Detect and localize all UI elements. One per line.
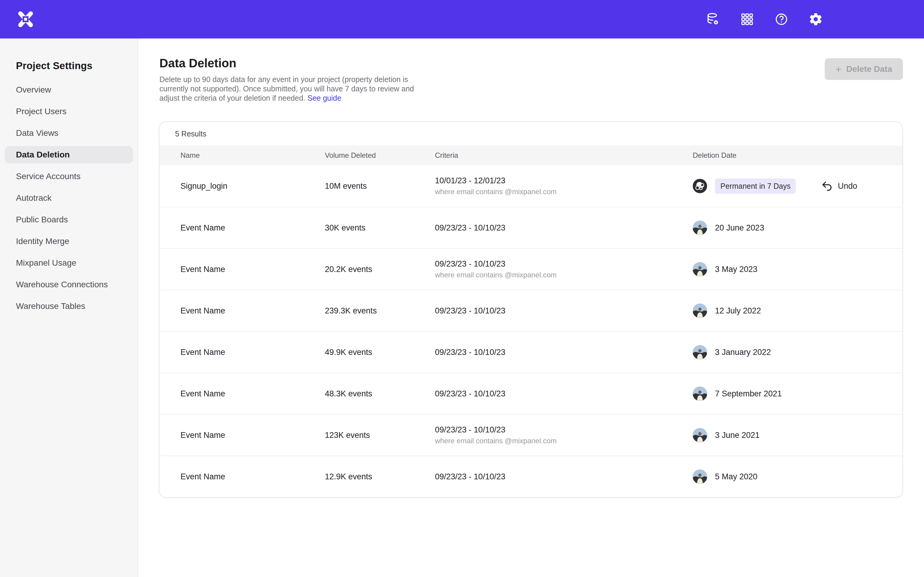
page-title: Data Deletion [160,56,424,70]
row-volume-deleted: 20.2K events [325,265,435,274]
row-criteria-range: 09/23/23 - 10/10/23 [435,348,693,357]
mixpanel-logo-icon[interactable] [17,11,34,28]
delete-data-button[interactable]: + Delete Data [825,58,903,80]
deletion-date-text: 3 January 2022 [715,348,771,357]
user-photo-avatar [693,221,707,235]
page-description: Delete up to 90 days data for any event … [160,75,424,103]
table-row: Event Name 30K events 09/23/23 - 10/10/2… [160,207,902,248]
row-criteria: 09/23/23 - 10/10/23 [435,223,693,233]
column-header-deletion-date: Deletion Date [693,151,902,160]
table-row: Event Name 49.9K events 09/23/23 - 10/10… [160,331,902,372]
undo-button[interactable]: Undo [821,180,857,192]
deletion-date-text: 20 June 2023 [715,223,764,233]
row-volume-deleted: 10M events [325,182,435,191]
row-criteria-range: 10/01/23 - 12/01/23 [435,176,693,185]
delete-data-button-label: Delete Data [846,64,892,74]
row-deletion-date: 3 January 2022 3 January 2022 [693,345,902,359]
row-volume-deleted: 123K events [325,430,435,440]
user-photo-avatar [693,428,707,442]
user-photo-avatar [693,303,707,318]
sidebar-item[interactable]: Data Views [5,124,133,142]
row-event-name: Signup_login [160,182,325,191]
sidebar-item[interactable]: Overview [5,81,133,98]
deletion-date-text: 3 May 2023 [715,265,758,274]
table-row: Event Name 12.9K events 09/23/23 - 10/10… [160,456,902,497]
row-event-name: Event Name [160,430,325,440]
row-event-name: Event Name [160,306,325,316]
table-row: Event Name 123K events 09/23/23 - 10/10/… [160,414,902,456]
row-criteria-filter: where email contains @mixpanel.com [435,271,693,279]
settings-sidebar: Project Settings OverviewProject UsersDa… [0,39,138,577]
user-avatar [693,303,707,318]
row-criteria: 09/23/23 - 10/10/23 [435,306,693,316]
user-avatar [693,428,707,442]
user-photo-avatar [693,345,707,359]
row-criteria: 10/01/23 - 12/01/23 where email contains… [435,176,693,196]
row-volume-deleted: 239.3K events [325,306,435,316]
see-guide-link[interactable]: See guide [307,94,341,102]
row-event-name: Event Name [160,472,325,482]
table-row: Event Name 20.2K events 09/23/23 - 10/10… [160,248,902,290]
main-content: Data Deletion Delete up to 90 days data … [138,39,924,577]
user-avatar [693,469,707,484]
column-header-name: Name [160,151,325,160]
row-volume-deleted: 12.9K events [325,472,435,482]
row-deletion-date: Permanent in 7 Days Permanent in 7 Days … [693,179,902,194]
sidebar-item[interactable]: Project Users [5,103,133,120]
sidebar-item[interactable]: Public Boards [5,211,133,228]
row-criteria-range: 09/23/23 - 10/10/23 [435,259,693,269]
row-criteria: 09/23/23 - 10/10/23 [435,348,693,357]
column-header-volume: Volume Deleted [325,151,435,160]
sidebar-item[interactable]: Mixpanel Usage [5,254,133,272]
apps-grid-icon[interactable] [740,12,754,26]
doodle-avatar [693,179,707,193]
row-criteria: 09/23/23 - 10/10/23 where email contains… [435,259,693,279]
table-row: Event Name 48.3K events 09/23/23 - 10/10… [160,372,902,414]
sidebar-item[interactable]: Warehouse Tables [5,298,133,315]
row-criteria-range: 09/23/23 - 10/10/23 [435,306,693,316]
row-deletion-date: 3 May 2023 3 May 2023 [693,262,902,276]
row-deletion-date: 3 June 2021 3 June 2021 [693,428,902,442]
row-volume-deleted: 48.3K events [325,389,435,398]
help-icon[interactable] [774,12,789,26]
user-avatar [693,262,707,276]
table-row: Signup_login 10M events 10/01/23 - 12/01… [160,165,902,207]
sidebar-item[interactable]: Service Accounts [5,168,133,185]
sidebar-nav: OverviewProject UsersData ViewsData Dele… [0,81,138,315]
row-deletion-date: 7 September 2021 7 September 2021 [693,387,902,401]
row-event-name: Event Name [160,265,325,274]
sidebar-item[interactable]: Warehouse Connections [5,276,133,293]
row-criteria: 09/23/23 - 10/10/23 where email contains… [435,425,693,445]
row-criteria-filter: where email contains @mixpanel.com [435,437,693,445]
user-photo-avatar [693,469,707,484]
results-count: 5 Results [160,122,902,145]
row-event-name: Event Name [160,223,325,233]
page-description-text: Delete up to 90 days data for any event … [160,75,414,102]
user-avatar [693,387,707,401]
sidebar-item[interactable]: Autotrack [5,189,133,207]
deletion-date-text: 12 July 2022 [715,306,761,316]
row-volume-deleted: 30K events [325,223,435,233]
sidebar-item[interactable]: Identity Merge [5,233,133,250]
user-avatar [693,221,707,235]
undo-button-label: Undo [838,182,857,191]
row-deletion-date: 12 July 2022 12 July 2022 [693,303,902,318]
settings-gear-icon[interactable] [809,12,823,26]
deletion-date-text: 7 September 2021 [715,389,782,398]
deletion-table-card: 5 Results Name Volume Deleted Criteria D… [159,121,903,498]
data-settings-icon[interactable] [706,12,720,26]
row-criteria: 09/23/23 - 10/10/23 [435,389,693,398]
sidebar-heading: Project Settings [0,60,138,71]
row-event-name: Event Name [160,348,325,357]
deletion-date-text: 3 June 2021 [715,430,760,440]
user-photo-avatar [693,387,707,401]
mixpanel-project-settings-app: Project Settings OverviewProject UsersDa… [0,0,924,577]
sidebar-item[interactable]: Data Deletion [5,146,133,163]
row-criteria-range: 09/23/23 - 10/10/23 [435,389,693,398]
topbar-icon-group [706,12,823,26]
topbar [0,0,924,39]
row-criteria: 09/23/23 - 10/10/23 [435,472,693,482]
page-header: Data Deletion Delete up to 90 days data … [159,56,903,103]
column-header-criteria: Criteria [435,151,693,160]
row-volume-deleted: 49.9K events [325,348,435,357]
